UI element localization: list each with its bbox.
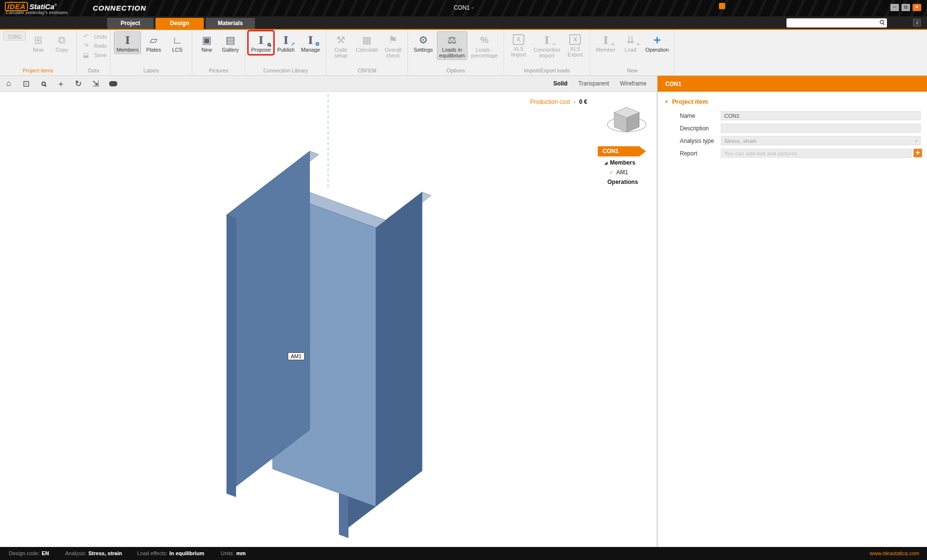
zoom-extents-icon[interactable]: ⇲	[87, 76, 104, 91]
propose-button[interactable]: IPropose	[249, 31, 273, 54]
member-am1-3d-beam[interactable]	[227, 151, 432, 538]
tab-materials[interactable]: Materials	[206, 18, 255, 29]
button-label: Plates	[146, 47, 161, 53]
button-label: XLS Export	[568, 46, 583, 57]
zoom-window-icon[interactable]: ⊡	[17, 76, 35, 91]
plates-button[interactable]: ▱Plates	[142, 31, 165, 54]
ribbon-group-label: Connection Library	[249, 67, 323, 75]
clipping-icon[interactable]	[104, 76, 122, 91]
tree-item-label: Members	[610, 159, 635, 166]
status-value: mm	[236, 550, 246, 556]
search-input[interactable]	[789, 18, 876, 28]
ribbon-group-pictures: ▣New▤GalleryPictures	[192, 30, 245, 75]
button-label: Connection Import	[534, 47, 561, 58]
status-bar: Design code:EN Analysis:Stress, strain L…	[0, 547, 927, 560]
navigation-cube[interactable]	[604, 99, 650, 138]
production-cost-value: 0 €	[579, 98, 587, 105]
close-button[interactable]: ×	[913, 4, 921, 11]
tab-design[interactable]: Design	[155, 18, 204, 29]
ribbon-group-project-items: CON1⊞New⧉CopyProject items	[0, 30, 77, 75]
picture-icon: ▣	[201, 33, 212, 46]
save-icon: ⬓	[80, 52, 92, 58]
report-field[interactable]: You can add text and pictures	[721, 149, 912, 158]
3d-viewport[interactable]: Production cost - 0 € AM1 CON1 ◢ Members…	[0, 92, 657, 547]
button-label: Calculate	[356, 47, 378, 53]
ribbon-group-options: ⚙Settings⚖Loads in equilibrium%Loads - p…	[408, 30, 504, 75]
add-report-button[interactable]: +	[913, 149, 922, 157]
member-button: I+Member	[593, 31, 618, 54]
loads-in-equilibrium-button[interactable]: ⚖Loads in equilibrium	[437, 31, 467, 60]
production-cost-label: Production cost	[530, 98, 570, 105]
scale-icon: ⚖	[446, 33, 458, 46]
website-link[interactable]: www.ideastatica.com	[870, 550, 919, 556]
viewport-toolbar: ⌂⊡＋↻⇲ Solid Transparent Wireframe	[0, 76, 657, 92]
settings-button[interactable]: ⚙Settings	[411, 31, 435, 54]
button-label: Copy	[56, 47, 68, 53]
status-label: Load effects:	[137, 550, 168, 556]
button-label: Load	[625, 47, 636, 53]
minimize-button[interactable]: ─	[890, 4, 899, 11]
lcs-button[interactable]: ∟LCS	[166, 31, 188, 54]
clipping-icon	[109, 81, 117, 86]
status-design-code: Design code:EN	[9, 550, 49, 556]
button-label: Save	[94, 52, 106, 58]
field-label: Name	[680, 112, 695, 119]
button-label: Loads - percentage	[471, 47, 498, 58]
conn-icon: I→	[541, 33, 553, 46]
info-button[interactable]: i	[913, 19, 921, 27]
home-icon[interactable]: ⌂	[0, 76, 17, 91]
button-label: New	[33, 47, 43, 53]
display-mode-solid[interactable]: Solid	[553, 80, 567, 87]
chevron-down-icon: ▾	[915, 139, 917, 143]
gallery-button[interactable]: ▤Gallery	[219, 31, 241, 54]
new-button[interactable]: ▣New	[196, 31, 218, 54]
percent-icon: %	[478, 33, 490, 46]
description-field[interactable]	[721, 124, 921, 133]
rotate-icon[interactable]: ↻	[70, 76, 87, 91]
field-label: Description	[680, 125, 709, 132]
section-project-item[interactable]: ▼ Project item	[664, 98, 927, 105]
button-label: Settings	[414, 47, 433, 53]
operation-button[interactable]: ＋Operation	[643, 31, 671, 54]
analysis-type-select[interactable]: Stress, strain ▾	[721, 136, 921, 145]
name-field[interactable]: CON1	[721, 111, 921, 120]
manage-button[interactable]: I⚙Manage	[298, 31, 323, 54]
publish-button[interactable]: I↗Publish	[275, 31, 297, 54]
member-label-tag[interactable]: AM1	[288, 352, 305, 360]
gear-icon: ⚙	[418, 33, 429, 46]
loads-percentage-button: %Loads - percentage	[469, 31, 500, 60]
window-controls: ─ ⧉ ×	[890, 4, 921, 11]
tree-item-am1[interactable]: ✓ AM1	[598, 169, 652, 176]
status-label: Design code:	[9, 550, 40, 556]
display-mode-transparent[interactable]: Transparent	[578, 80, 609, 87]
checkbox-checked-icon[interactable]: ✓	[609, 169, 614, 176]
button-label: Code setup	[335, 47, 348, 58]
copy-button: ⧉Copy	[51, 31, 73, 54]
new-button: ⊞New	[27, 31, 49, 54]
ribbon-group-new: I+Member⇊+Load＋OperationNew	[590, 30, 675, 75]
button-label: Loads in equilibrium	[439, 47, 465, 58]
field-row-name: Name CON1	[658, 110, 927, 123]
expander-icon[interactable]: ◢	[604, 161, 607, 165]
beam-icon: I	[122, 33, 133, 46]
tree-root-con1[interactable]: CON1	[598, 146, 646, 156]
tree-item-label: AM1	[616, 169, 628, 176]
tree-item-operations[interactable]: Operations	[598, 179, 652, 185]
ribbon-group-data: ↶Undo↷Redo⬓SaveData	[77, 30, 111, 75]
pan-icon[interactable]: ＋	[52, 76, 70, 91]
section-title: Project item	[672, 98, 708, 105]
field-row-description: Description	[658, 123, 927, 135]
tab-project[interactable]: Project	[107, 18, 154, 29]
members-button[interactable]: IMembers	[114, 31, 141, 54]
maximize-button[interactable]: ⧉	[901, 4, 910, 11]
production-cost: Production cost - 0 €	[530, 98, 587, 105]
viewport-tool-icons: ⌂⊡＋↻⇲	[0, 76, 122, 91]
display-mode-wireframe[interactable]: Wireframe	[620, 80, 646, 87]
zoom-icon[interactable]	[35, 76, 52, 91]
ribbon-group-label: New	[593, 67, 671, 75]
ribbon-group-label: Pictures	[196, 67, 241, 75]
tree-item-members[interactable]: ◢ Members	[598, 159, 652, 166]
production-cost-separator: -	[574, 98, 576, 105]
search-box[interactable]	[787, 18, 887, 28]
collapse-arrow-icon[interactable]: ▼	[664, 99, 669, 104]
